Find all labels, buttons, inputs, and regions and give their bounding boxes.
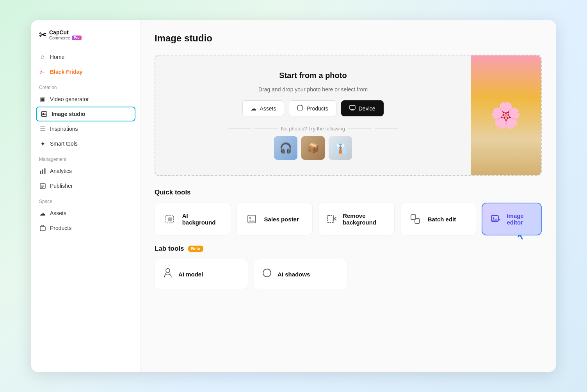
assets-icon: ☁ [39,210,46,217]
ai-shadows-icon [262,268,272,280]
tool-ai-shadows[interactable]: AI shadows [254,259,347,289]
analytics-icon [39,167,46,175]
tool-batch-edit[interactable]: Batch edit [400,203,477,235]
video-icon: ▣ [39,96,46,103]
sidebar-item-label: Smart tools [50,141,78,147]
sidebar: ✂ CapCut Commerce Pro ⌂ Home 🏷 Black Fri [31,20,141,372]
smart-tools-icon: ✦ [39,140,46,147]
lab-tools-header: Lab tools Beta [155,245,542,253]
sidebar-item-black-friday[interactable]: 🏷 Black Friday [31,64,140,79]
assets-button[interactable]: ☁ Assets [242,100,284,116]
upload-preview: 🌸 [471,55,541,175]
ai-model-icon [163,268,173,280]
logo-icon: ✂ [39,30,46,40]
inspirations-icon: ☰ [39,125,46,132]
svg-rect-0 [41,112,47,116]
home-icon: ⌂ [39,53,46,61]
device-button[interactable]: Device [341,100,384,116]
sidebar-item-label: Image studio [52,111,85,117]
tool-image-editor[interactable]: Image editor [482,203,542,235]
tool-label: Sales poster [264,216,299,223]
products-icon [39,225,46,232]
sidebar-item-label: Inspirations [50,126,78,132]
tool-label: AI background [182,212,223,226]
tool-label: AI shadows [277,271,310,278]
svg-rect-11 [350,105,355,109]
lab-tools-label: Lab tools [155,245,184,253]
quick-tools-grid: AI background Sales poster Remove backgr… [155,203,542,235]
pro-badge: Pro [72,36,82,40]
svg-point-23 [166,269,170,273]
products-btn-icon [297,105,303,112]
cloud-icon: ☁ [251,105,256,112]
image-editor-wrapper: Image editor [482,203,542,235]
sidebar-item-analytics[interactable]: Analytics [31,164,140,178]
upload-title: Start from a photo [279,71,347,80]
sidebar-item-label: Analytics [50,168,72,174]
sidebar-item-assets[interactable]: ☁ Assets [31,206,140,221]
publisher-icon [39,182,46,189]
svg-point-22 [493,217,495,219]
section-label-space: Space [31,193,140,206]
no-photos-section: No photos? Try the following 🎧 📦 👔 [228,126,398,160]
svg-point-17 [249,217,251,219]
svg-rect-15 [168,217,172,221]
logo-area: ✂ CapCut Commerce Pro [31,30,140,50]
remove-bg-icon [326,212,337,226]
svg-rect-4 [44,168,45,174]
sidebar-item-smart-tools[interactable]: ✦ Smart tools [31,136,140,151]
sidebar-item-image-studio[interactable]: Image studio [36,107,135,121]
sample-thumbs: 🎧 📦 👔 [274,136,352,160]
ai-background-icon [163,212,177,226]
device-icon [349,105,356,112]
section-label-creation: Creation [31,79,140,92]
lab-tools-grid: AI model AI shadows [155,259,542,289]
section-label-management: Management [31,151,140,164]
sales-poster-icon [245,212,259,226]
svg-rect-10 [298,106,303,110]
tool-label: Image editor [507,212,533,226]
sidebar-item-label: Assets [50,210,66,216]
sidebar-item-publisher[interactable]: Publisher [31,178,140,193]
tool-ai-background[interactable]: AI background [155,203,231,235]
sample-thumb-3[interactable]: 👔 [329,136,352,160]
upload-area[interactable]: Start from a photo Drag and drop your ph… [155,55,542,176]
svg-rect-9 [40,226,45,231]
sample-thumb-1[interactable]: 🎧 [274,136,297,160]
sidebar-item-label: Publisher [50,183,73,189]
no-photos-label: No photos? Try the following [228,126,398,132]
tag-icon: 🏷 [39,68,46,75]
sidebar-item-label: Video generator [50,96,89,102]
page-title: Image studio [155,33,542,44]
batch-edit-icon [408,212,422,226]
image-editor-icon [490,212,501,226]
tool-ai-model[interactable]: AI model [155,259,248,289]
logo-commerce: Commerce Pro [49,36,82,40]
beta-badge: Beta [188,246,204,252]
tool-remove-background[interactable]: Remove background [318,203,395,235]
sidebar-item-inspirations[interactable]: ☰ Inspirations [31,121,140,136]
image-studio-icon [41,110,48,118]
upload-buttons: ☁ Assets Products Device [242,100,383,116]
sample-thumb-2[interactable]: 📦 [301,136,325,160]
svg-point-24 [263,269,271,277]
upload-subtitle: Drag and drop your photo here or select … [258,86,368,93]
tool-label: AI model [178,271,203,278]
sidebar-item-home[interactable]: ⌂ Home [31,50,140,64]
logo-text: CapCut Commerce Pro [49,30,82,40]
products-button[interactable]: Products [289,100,336,116]
sidebar-item-video-generator[interactable]: ▣ Video generator [31,92,140,107]
svg-rect-3 [42,169,43,174]
logo-capcut: CapCut [49,30,82,36]
sidebar-item-products[interactable]: Products [31,221,140,235]
sidebar-item-label: Products [50,225,71,231]
tool-sales-poster[interactable]: Sales poster [237,203,313,235]
black-friday-label: Black Friday [50,69,82,75]
svg-rect-2 [40,171,41,174]
main-content: Image studio Start from a photo Drag and… [141,20,556,372]
tool-label: Remove background [343,212,386,226]
app-window: ✂ CapCut Commerce Pro ⌂ Home 🏷 Black Fri [31,20,556,372]
tool-label: Batch edit [428,216,456,223]
quick-tools-label: Quick tools [155,189,542,196]
sidebar-nav: ⌂ Home 🏷 Black Friday Creation ▣ Video g… [31,50,140,362]
